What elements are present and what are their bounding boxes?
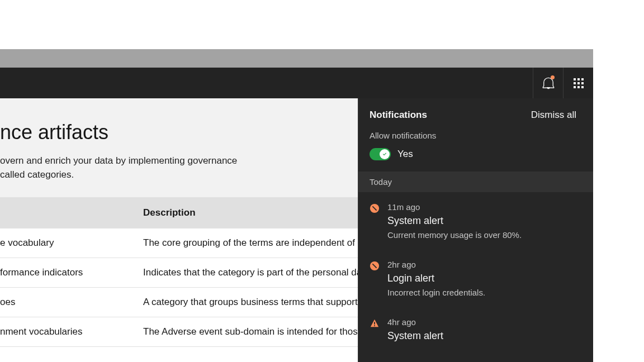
allow-toggle-row: Yes	[370, 148, 582, 172]
error-icon	[370, 261, 380, 271]
notification-time: 4hr ago	[387, 317, 443, 327]
svg-rect-4	[374, 322, 375, 325]
allow-notifications-toggle[interactable]	[370, 148, 391, 160]
notification-item[interactable]: 2hr ago Login alert Incorrect login cred…	[358, 250, 593, 307]
window-chrome-bar	[0, 49, 593, 68]
notification-time: 11m ago	[387, 202, 522, 212]
page-description: overn and enrich your data by implementi…	[0, 154, 263, 182]
top-bar-actions	[533, 68, 593, 98]
col-header-name	[0, 197, 143, 228]
notification-content: 11m ago System alert Current memory usag…	[387, 202, 522, 240]
notification-heading: System alert	[387, 330, 443, 342]
toggle-value-label: Yes	[397, 149, 413, 160]
notifications-header: Notifications Dismiss all	[358, 98, 593, 121]
notifications-button[interactable]	[533, 68, 563, 98]
cell-name: formance indicators	[0, 258, 143, 288]
app-switcher-button[interactable]	[563, 68, 593, 98]
cell-name: oes	[0, 288, 143, 317]
notification-item[interactable]: 11m ago System alert Current memory usag…	[358, 192, 593, 250]
notification-item[interactable]: 4hr ago System alert	[358, 307, 593, 355]
notification-heading: System alert	[387, 215, 522, 227]
svg-rect-5	[374, 325, 375, 326]
page-desc-line1: overn and enrich your data by implementi…	[0, 155, 237, 166]
notifications-title: Notifications	[370, 109, 427, 121]
cell-name: nment vocabularies	[0, 317, 143, 347]
notification-body: Incorrect login credentials.	[387, 288, 485, 297]
notifications-section-today: Today	[358, 172, 593, 192]
allow-notifications-label: Allow notifications	[370, 131, 582, 140]
app-top-bar	[0, 68, 593, 98]
notifications-panel: Notifications Dismiss all Allow notifica…	[358, 98, 593, 362]
allow-notifications-section: Allow notifications Yes	[358, 121, 593, 172]
cell-name: e vocabulary	[0, 228, 143, 258]
page-desc-line2: called categories.	[0, 169, 74, 180]
toggle-knob	[380, 149, 390, 159]
warning-icon	[370, 318, 380, 328]
notification-heading: Login alert	[387, 273, 485, 284]
notification-time: 2hr ago	[387, 260, 485, 269]
dismiss-all-button[interactable]: Dismiss all	[531, 109, 576, 121]
error-icon	[370, 203, 380, 213]
notification-body: Current memory usage is over 80%.	[387, 230, 522, 240]
notification-dot-icon	[551, 75, 555, 79]
notification-content: 2hr ago Login alert Incorrect login cred…	[387, 260, 485, 297]
apps-grid-icon	[574, 78, 584, 88]
notification-content: 4hr ago System alert	[387, 317, 443, 345]
check-icon	[382, 151, 387, 157]
